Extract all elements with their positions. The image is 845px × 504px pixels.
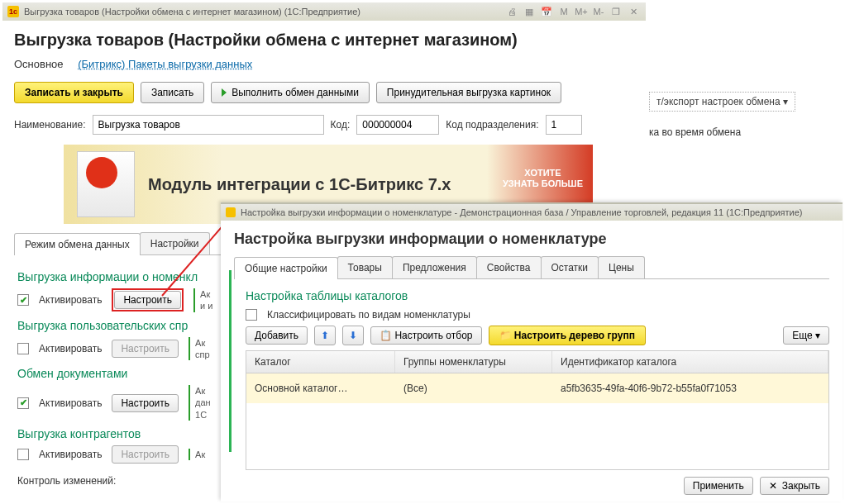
table-row[interactable]: Основной каталог… (Все) a5fb3635-49fa-40…	[246, 373, 828, 403]
configure-button-1[interactable]: Настроить	[114, 291, 181, 309]
apply-button[interactable]: Применить	[684, 477, 753, 495]
activate-checkbox-4[interactable]	[17, 449, 29, 460]
side-text-2: Ак спр	[189, 337, 210, 361]
side-text-3: Ак дан 1С	[189, 385, 211, 421]
activate-checkbox-1[interactable]	[17, 294, 29, 306]
configure-button-4[interactable]: Настроить	[112, 445, 179, 464]
page-title: Выгрузка товаров (Настройки обмена с инт…	[14, 31, 634, 50]
configure-window: Настройка выгрузки информации о номенкла…	[221, 202, 843, 502]
grid-header: Каталог Группы номенклатуры Идентификато…	[246, 351, 828, 373]
main-mode-link[interactable]: Основное	[14, 58, 64, 70]
window2-title: Настройка выгрузки информации о номенкла…	[241, 207, 803, 217]
grid-icon[interactable]: ▦	[522, 5, 537, 18]
app-icon-2	[226, 207, 236, 217]
side-text-1: Ак и и	[193, 288, 212, 312]
left-bar	[229, 270, 232, 452]
configure-button-2[interactable]: Настроить	[112, 340, 179, 358]
main-toolbar: Записать и закрыть Записать Выполнить об…	[14, 82, 634, 103]
tab-general[interactable]: Общие настройки	[234, 257, 338, 279]
arrow-up-icon[interactable]: ⬆	[314, 326, 336, 345]
activate-checkbox-2[interactable]	[17, 343, 29, 354]
configure-highlight: Настроить	[112, 288, 184, 311]
tab-stock[interactable]: Остатки	[541, 256, 599, 278]
activate-checkbox-3[interactable]	[17, 397, 29, 409]
tab-props[interactable]: Свойства	[476, 256, 542, 278]
exchange-button[interactable]: Выполнить обмен данными	[211, 82, 370, 103]
filter-button[interactable]: 📋 Настроить отбор	[370, 326, 481, 345]
print-icon[interactable]: 🖨	[504, 5, 519, 18]
close-button[interactable]: ✕Закрыть	[760, 477, 829, 495]
import-export-dropdown[interactable]: т/экспорт настроек обмена ▾	[649, 92, 795, 112]
m2-icon[interactable]: M+	[574, 5, 589, 18]
m3-icon[interactable]: M-	[591, 5, 606, 18]
classify-checkbox[interactable]	[246, 309, 257, 321]
tab-goods[interactable]: Товары	[337, 256, 393, 278]
during-exchange-label: ка во время обмена	[649, 126, 838, 138]
banner-cta: ХОТИТЕ УЗНАТЬ БОЛЬШЕ	[503, 168, 583, 189]
activate-label-3: Активировать	[39, 397, 102, 409]
window2-heading: Настройка выгрузки информации о номенкла…	[234, 231, 829, 248]
activate-label-4: Активировать	[39, 449, 102, 460]
play-icon	[222, 88, 227, 97]
name-input[interactable]	[93, 115, 324, 135]
packages-link[interactable]: (Битрикс) Пакеты выгрузки данных	[78, 58, 252, 70]
code-input[interactable]	[356, 115, 439, 135]
col-catalog[interactable]: Каталог	[246, 351, 395, 373]
filter-icon: 📋	[380, 330, 392, 341]
m-icon[interactable]: M	[556, 5, 571, 18]
col-id[interactable]: Идентификатор каталога	[552, 351, 828, 373]
app-icon: 1c	[7, 6, 19, 17]
side-text-4: Ак	[189, 449, 205, 460]
restore-icon[interactable]: ❐	[609, 5, 623, 18]
window2-tabs: Общие настройки Товары Предложения Свойс…	[234, 256, 829, 279]
tab-prices[interactable]: Цены	[598, 256, 645, 278]
close-icon: ✕	[769, 480, 777, 492]
titlebar-2: Настройка выгрузки информации о номенкла…	[221, 204, 843, 221]
tab-exchange-mode[interactable]: Режим обмена данных	[14, 233, 141, 255]
name-label: Наименование:	[14, 119, 86, 131]
calendar-icon[interactable]: 📅	[539, 5, 554, 18]
classify-label: Классифицировать по видам номенклатуры	[267, 309, 470, 321]
grid-empty	[246, 403, 828, 469]
add-button[interactable]: Добавить	[246, 326, 308, 345]
window-title: Выгрузка товаров (Настройки обмена с инт…	[24, 7, 360, 17]
activate-label-2: Активировать	[39, 343, 102, 354]
banner-text: Модуль интеграции с 1С-Битрикс 7.x	[148, 175, 451, 194]
tree-icon: 📁	[499, 330, 512, 341]
save-close-button[interactable]: Записать и закрыть	[14, 82, 134, 103]
catalog-grid: Каталог Группы номенклатуры Идентификато…	[246, 350, 829, 470]
tab-settings[interactable]: Настройки	[140, 232, 210, 254]
cell-id: a5fb3635-49fa-40f6-9b72-b55fa0f71053	[552, 378, 828, 399]
catalog-table-heading: Настройка таблицы каталогов	[246, 289, 829, 302]
activate-label-1: Активировать	[39, 294, 102, 306]
cell-groups: (Все)	[395, 378, 552, 399]
save-button[interactable]: Записать	[141, 82, 204, 103]
dept-label: Код подразделения:	[446, 119, 538, 131]
right-panel: т/экспорт настроек обмена ▾ ка во время …	[646, 2, 841, 151]
close-icon[interactable]: ✕	[626, 5, 641, 18]
code-label: Код:	[331, 119, 351, 131]
col-groups[interactable]: Группы номенклатуры	[395, 351, 552, 373]
configure-button-3[interactable]: Настроить	[112, 394, 179, 412]
more-button[interactable]: Еще ▾	[783, 326, 829, 345]
dept-input[interactable]	[546, 115, 582, 135]
arrow-down-icon[interactable]: ⬇	[342, 326, 364, 345]
titlebar: 1c Выгрузка товаров (Настройки обмена с …	[2, 2, 646, 21]
cell-catalog: Основной каталог…	[246, 378, 395, 399]
force-images-button[interactable]: Принудительная выгрузка картинок	[376, 82, 561, 103]
box-image	[77, 151, 135, 217]
tab-offers[interactable]: Предложения	[392, 256, 477, 278]
catalog-toolbar: Добавить ⬆ ⬇ 📋 Настроить отбор 📁 Настрои…	[246, 326, 829, 345]
tree-button[interactable]: 📁 Настроить дерево групп	[489, 326, 646, 345]
